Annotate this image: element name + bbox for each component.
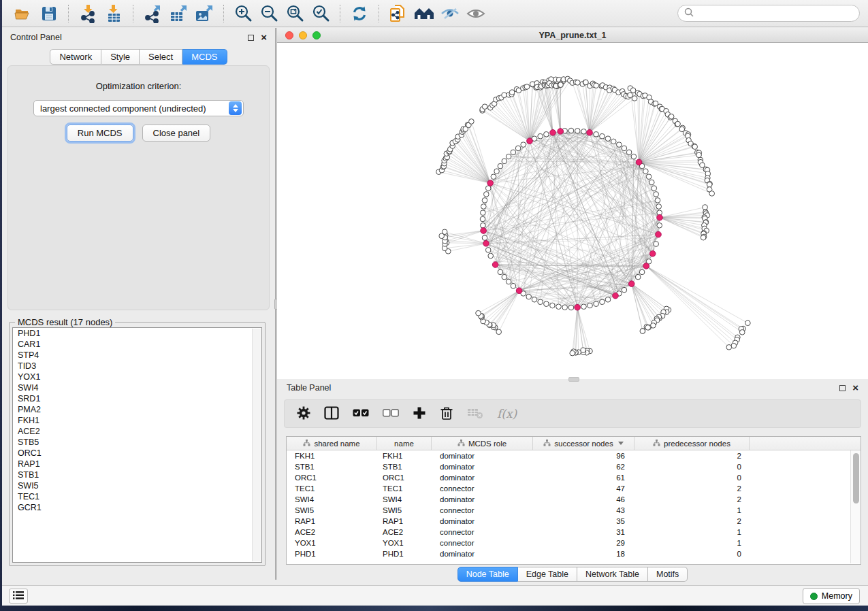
zoom-in-icon	[234, 4, 253, 23]
select-stepper-icon	[229, 101, 242, 115]
mcds-node-item[interactable]: CAR1	[13, 339, 261, 350]
mcds-list-scrollbar[interactable]	[252, 329, 261, 561]
table-row[interactable]: SWI4SWI4dominator462	[287, 494, 850, 505]
delete-table-button[interactable]	[467, 407, 483, 421]
tab-network-table[interactable]: Network Table	[577, 567, 648, 582]
mcds-node-item[interactable]: STP4	[13, 350, 261, 361]
tab-select[interactable]: Select	[140, 49, 182, 65]
function-builder-button[interactable]: f(x)	[497, 407, 517, 420]
mcds-node-item[interactable]: ORC1	[13, 448, 261, 459]
tab-node-table[interactable]: Node Table	[457, 567, 518, 582]
mcds-node-item[interactable]: SWI4	[13, 382, 261, 393]
table-cell: 1	[634, 506, 750, 514]
scrollbar-thumb[interactable]	[853, 453, 859, 503]
mcds-node-item[interactable]: SRD1	[13, 393, 261, 404]
tab-network[interactable]: Network	[50, 49, 101, 65]
tab-style[interactable]: Style	[101, 49, 140, 65]
mcds-node-item[interactable]: GCR1	[13, 502, 261, 513]
import-table-button[interactable]	[101, 3, 127, 24]
create-column-button[interactable]	[413, 406, 426, 422]
table-row[interactable]: ACE2ACE2connector311	[287, 527, 850, 538]
zoom-out-button[interactable]	[256, 3, 282, 24]
table-row[interactable]: SWI5SWI5connector431	[287, 505, 850, 516]
mcds-node-item[interactable]: ACE2	[13, 426, 261, 437]
run-mcds-button[interactable]: Run MCDS	[67, 125, 133, 142]
float-table-panel-icon[interactable]	[839, 385, 846, 391]
float-panel-icon[interactable]	[248, 35, 254, 41]
mcds-node-item[interactable]: PHD1	[13, 328, 261, 339]
table-row[interactable]: ORC1ORC1dominator610	[287, 472, 850, 483]
table-cell: 62	[533, 463, 634, 471]
delete-column-button[interactable]	[440, 406, 453, 423]
network-graph[interactable]	[277, 43, 868, 379]
toolbar-separator	[68, 5, 69, 22]
tab-mcds[interactable]: MCDS	[182, 49, 227, 65]
mcds-node-item[interactable]: STB5	[13, 437, 261, 448]
show-all-button[interactable]	[463, 3, 489, 24]
save-button[interactable]	[36, 3, 62, 24]
clone-network-button[interactable]	[385, 3, 411, 24]
export-network-button[interactable]	[140, 3, 165, 24]
maximize-window-button[interactable]	[312, 31, 321, 39]
network-window: YPA_prune.txt_1	[277, 28, 868, 379]
control-panel-title: Control Panel	[10, 33, 62, 42]
column-header-name[interactable]: name	[377, 437, 432, 450]
column-header-successor-nodes[interactable]: successor nodes	[533, 437, 634, 450]
mcds-node-item[interactable]: PMA2	[13, 404, 261, 415]
table-settings-button[interactable]	[297, 406, 310, 422]
mcds-node-item[interactable]: TEC1	[13, 491, 261, 502]
zoom-fit-button[interactable]	[282, 3, 308, 24]
mcds-node-item[interactable]: SWI5	[13, 480, 261, 491]
task-history-button[interactable]	[9, 589, 28, 604]
zoom-in-button[interactable]	[230, 3, 256, 24]
close-table-panel-icon[interactable]: ×	[852, 384, 858, 391]
table-cell: dominator	[432, 517, 533, 525]
table-cell: 2	[634, 484, 750, 493]
mcds-node-item[interactable]: STB1	[13, 469, 261, 480]
close-panel-icon[interactable]: ×	[261, 34, 267, 41]
tab-motifs[interactable]: Motifs	[648, 567, 688, 582]
table-cell: connector	[432, 484, 533, 493]
table-row[interactable]: TEC1TEC1connector472	[287, 483, 850, 494]
zoom-selected-button[interactable]	[308, 3, 334, 24]
mcds-result-list[interactable]: PHD1CAR1STP4TID3YOX1SWI4SRD1PMA2FKH1ACE2…	[12, 327, 262, 563]
close-window-button[interactable]	[285, 31, 293, 39]
table-vertical-scrollbar[interactable]	[850, 450, 861, 563]
table-row[interactable]: STB1STB1dominator620	[287, 461, 850, 472]
deselect-all-button[interactable]	[383, 409, 399, 419]
memory-button[interactable]: Memory	[803, 588, 860, 604]
unchecked-boxes-icon	[383, 409, 399, 419]
tab-edge-table[interactable]: Edge Table	[518, 567, 577, 582]
mcds-node-item[interactable]: YOX1	[13, 371, 261, 382]
hide-selected-button[interactable]	[437, 3, 463, 24]
open-button[interactable]	[10, 3, 36, 24]
optimization-value: largest connected component (undirected)	[34, 103, 229, 114]
mcds-node-item[interactable]: TID3	[13, 361, 261, 371]
table-tabs: Node TableEdge TableNetwork TableMotifs	[277, 567, 868, 582]
houses-icon	[413, 5, 435, 22]
network-canvas[interactable]	[277, 43, 868, 379]
table-row[interactable]: FKH1FKH1dominator962	[287, 450, 850, 461]
network-titlebar[interactable]: YPA_prune.txt_1	[277, 28, 868, 43]
column-header-shared-name[interactable]: shared name	[287, 437, 377, 450]
table-row[interactable]: PHD1PHD1dominator180	[287, 548, 850, 559]
close-panel-button[interactable]: Close panel	[142, 125, 211, 142]
table-row[interactable]: RAP1RAP1dominator352	[287, 516, 850, 527]
export-image-button[interactable]	[191, 3, 217, 24]
table-row[interactable]: YOX1YOX1connector291	[287, 538, 850, 548]
export-table-button[interactable]	[165, 3, 191, 24]
table-cell: TEC1	[287, 484, 377, 493]
first-neighbors-button[interactable]	[411, 3, 437, 24]
table-cell: YOX1	[377, 539, 432, 547]
refresh-button[interactable]	[347, 3, 372, 24]
search-input[interactable]	[698, 9, 853, 18]
column-header-predecessor-nodes[interactable]: predecessor nodes	[634, 437, 750, 450]
minimize-window-button[interactable]	[299, 31, 307, 39]
show-column-button[interactable]	[324, 406, 339, 422]
select-all-button[interactable]	[353, 409, 369, 419]
mcds-node-item[interactable]: RAP1	[13, 459, 261, 469]
import-network-button[interactable]	[75, 3, 101, 24]
mcds-node-item[interactable]: FKH1	[13, 415, 261, 426]
optimization-select[interactable]: largest connected component (undirected)	[33, 100, 244, 116]
column-header-MCDS-role[interactable]: MCDS role	[432, 437, 533, 450]
